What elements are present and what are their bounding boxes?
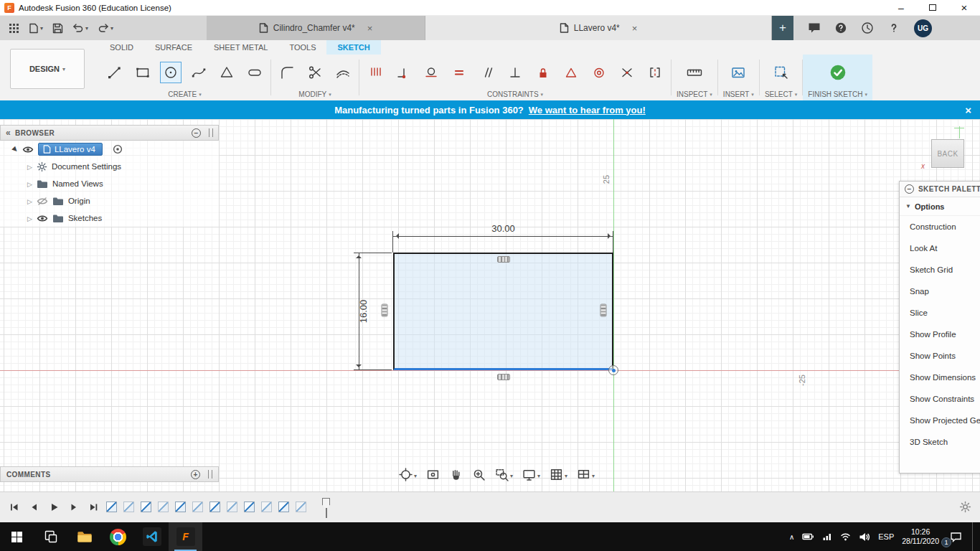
group-label-create[interactable]: CREATE (104, 89, 265, 100)
offset-tool-icon[interactable] (332, 62, 354, 83)
collapse-panel-icon[interactable] (6, 128, 11, 138)
collapsed-arrow-icon[interactable] (27, 214, 32, 222)
palette-item-snap[interactable]: Snap (900, 281, 980, 302)
tab-solid[interactable]: SOLID (99, 40, 144, 55)
chevron-down-icon[interactable] (592, 470, 595, 480)
timeline-feature-icon[interactable] (244, 501, 255, 512)
timeline-feature-icon[interactable] (158, 501, 169, 512)
workspace-selector[interactable]: DESIGN (10, 49, 85, 89)
horizontal-constraint-badge[interactable] (497, 374, 510, 380)
browser-item-origin[interactable]: Origin (0, 192, 219, 209)
group-label-finish-sketch[interactable]: FINISH SKETCH (808, 89, 867, 100)
expanded-arrow-icon[interactable] (11, 145, 19, 154)
fillet-tool-icon[interactable] (276, 62, 298, 83)
measure-tool-icon[interactable] (684, 62, 705, 83)
document-tab-llavero[interactable]: LLavero v4* (425, 16, 772, 40)
go-to-start-icon[interactable] (9, 502, 19, 512)
recent-clock-icon[interactable] (861, 22, 874, 34)
timeline-feature-icon[interactable] (209, 501, 220, 512)
viewports-icon[interactable] (577, 468, 595, 481)
taskbar-clock[interactable]: 10:26 28/11/2020 (902, 527, 939, 546)
file-menu-icon[interactable] (29, 23, 43, 34)
palette-item-show-projected[interactable]: Show Projected Geometries (900, 410, 980, 431)
palette-options-header[interactable]: Options (900, 197, 980, 216)
palette-item-show-dimensions[interactable]: Show Dimensions (900, 367, 980, 388)
chevron-down-icon[interactable] (537, 470, 540, 480)
chevron-down-icon[interactable] (414, 470, 417, 480)
collapsed-arrow-icon[interactable] (27, 197, 32, 205)
wifi-icon[interactable] (840, 532, 851, 542)
language-indicator[interactable]: ESP (878, 532, 894, 541)
display-settings-icon[interactable] (522, 468, 540, 481)
redo-icon[interactable] (98, 23, 113, 33)
step-back-icon[interactable] (29, 502, 39, 512)
restore-button[interactable] (917, 0, 948, 15)
go-to-end-icon[interactable] (89, 502, 99, 512)
group-label-select[interactable]: SELECT (765, 89, 797, 100)
palette-item-look-at[interactable]: Look At (900, 237, 980, 259)
group-label-modify[interactable]: MODIFY (276, 89, 354, 100)
panel-grip-handle[interactable] (208, 470, 212, 479)
start-button[interactable] (0, 522, 34, 551)
viewcube-back-face[interactable]: BACK (931, 139, 964, 168)
sketch-rectangle[interactable] (393, 253, 613, 370)
chevron-down-icon[interactable] (565, 470, 567, 480)
fix-constraint-icon[interactable] (532, 62, 554, 83)
palette-item-3d-sketch[interactable]: 3D Sketch (900, 431, 980, 453)
action-center-icon[interactable]: 1 (947, 527, 964, 546)
collinear-constraint-icon[interactable] (616, 62, 638, 83)
line-tool-icon[interactable] (104, 62, 126, 83)
close-button[interactable] (948, 0, 980, 15)
browser-item-named-views[interactable]: Named Views (0, 175, 219, 192)
horizontal-vertical-constraint-icon[interactable] (364, 62, 386, 83)
palette-item-slice[interactable]: Slice (900, 302, 980, 324)
timeline-feature-icon[interactable] (123, 501, 134, 512)
undo-icon[interactable] (72, 23, 88, 33)
equal-constraint-icon[interactable] (448, 62, 470, 83)
comment-icon[interactable] (808, 22, 821, 34)
hidden-icons-chevron[interactable] (789, 533, 794, 541)
symmetry-constraint-icon[interactable] (644, 62, 666, 83)
zoom-window-icon[interactable] (495, 468, 513, 481)
visibility-eye-icon[interactable] (37, 215, 48, 222)
task-view-button[interactable] (34, 522, 67, 551)
concentric-constraint-icon[interactable] (588, 62, 610, 83)
battery-icon[interactable] (802, 532, 814, 541)
group-label-insert[interactable]: INSERT (723, 89, 754, 100)
fusion-360-taskbar-icon[interactable] (169, 522, 202, 551)
tab-sheet-metal[interactable]: SHEET METAL (203, 40, 278, 55)
volume-icon[interactable] (859, 532, 870, 542)
timeline-feature-icon[interactable] (175, 501, 186, 512)
timeline-feature-icon[interactable] (261, 501, 272, 512)
circle-tool-icon[interactable] (160, 62, 182, 83)
tangent-constraint-icon[interactable] (420, 62, 442, 83)
perpendicular-constraint-icon[interactable] (504, 62, 526, 83)
new-tab-button[interactable] (772, 16, 793, 40)
tab-sketch[interactable]: SKETCH (326, 40, 380, 55)
timeline-feature-icon[interactable] (296, 501, 306, 512)
palette-item-show-points[interactable]: Show Points (900, 345, 980, 367)
timeline-feature-icon[interactable] (192, 501, 203, 512)
palette-item-construction[interactable]: Construction (900, 216, 980, 237)
insert-image-icon[interactable] (727, 62, 749, 83)
help-icon[interactable] (887, 22, 900, 34)
pan-icon[interactable] (449, 468, 463, 481)
visibility-eye-icon[interactable] (22, 146, 34, 154)
banner-close-icon[interactable] (965, 100, 971, 119)
user-avatar[interactable]: UG (914, 19, 932, 37)
tab-tools[interactable]: TOOLS (278, 40, 326, 55)
timeline-feature-icon[interactable] (278, 501, 289, 512)
chevron-down-icon[interactable] (510, 470, 513, 480)
play-icon[interactable] (49, 502, 59, 512)
height-dimension-label[interactable]: 16.00 (358, 300, 369, 324)
app-grid-icon[interactable] (9, 23, 19, 34)
banner-link[interactable]: We want to hear from you! (529, 105, 646, 116)
activate-component-icon[interactable] (113, 144, 123, 154)
minimize-panel-icon[interactable] (192, 128, 201, 138)
close-tab-icon[interactable] (367, 23, 373, 34)
vertical-constraint-badge[interactable] (600, 304, 607, 317)
group-label-inspect[interactable]: INSPECT (677, 89, 712, 100)
timeline-feature-icon[interactable] (106, 501, 117, 512)
sketch-vertex-marker[interactable] (608, 365, 618, 375)
file-explorer-icon[interactable] (67, 522, 101, 551)
